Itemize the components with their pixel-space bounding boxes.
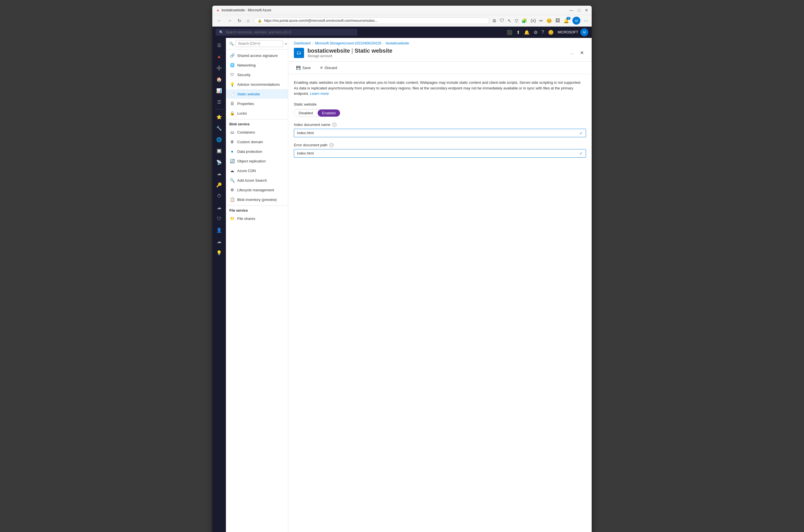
clock-icon[interactable]: ⏱ bbox=[214, 191, 224, 201]
sidebar-item-properties[interactable]: ☰ Properties bbox=[226, 99, 288, 108]
resources-icon[interactable]: 🌐 bbox=[214, 134, 224, 145]
bulb-icon[interactable]: 💡 bbox=[214, 248, 224, 258]
close-panel-button[interactable]: ✕ bbox=[578, 49, 586, 57]
cursor-icon[interactable]: ↖ bbox=[508, 18, 511, 23]
toggle-disabled-option[interactable]: Disabled bbox=[294, 110, 318, 117]
hamburger-icon[interactable]: ☰ bbox=[214, 40, 224, 50]
sidebar-search-bar: 🔍 « bbox=[226, 38, 288, 50]
monitor-icon[interactable]: 🔧 bbox=[214, 123, 224, 133]
dashboard-icon[interactable]: 📊 bbox=[214, 86, 224, 96]
sidebar-item-custom-domain[interactable]: 🖥 Custom domain bbox=[226, 137, 288, 147]
maximize-button[interactable]: □ bbox=[578, 8, 580, 13]
favorites-icon[interactable]: ⭐ bbox=[214, 112, 224, 122]
description-text: Enabling static websites on the blob ser… bbox=[294, 80, 586, 96]
containers-icon: 🗂 bbox=[229, 129, 235, 135]
discard-icon: ✕ bbox=[320, 65, 323, 70]
sidebar-item-file-shares[interactable]: 📁 File shares bbox=[226, 214, 288, 223]
error-doc-info-icon[interactable]: ⓘ bbox=[329, 143, 334, 148]
breadcrumb-dashboard[interactable]: Dashboard bbox=[294, 41, 311, 45]
portal-search-input[interactable] bbox=[226, 30, 354, 34]
sidebar-item-lifecycle-management[interactable]: ⚙ Lifecycle management bbox=[226, 185, 288, 195]
resource-name: bostaticwebsite | Static website bbox=[307, 48, 392, 54]
grid-icon[interactable]: 🔲 bbox=[214, 146, 224, 156]
sidebar-item-blob-inventory[interactable]: 📋 Blob inventory (preview) bbox=[226, 195, 288, 204]
portal-search-bar[interactable]: 🔍 bbox=[216, 29, 357, 36]
window-controls[interactable]: — □ ✕ bbox=[569, 8, 588, 13]
upload-icon[interactable]: ⬆ bbox=[516, 30, 520, 35]
extension-icon[interactable]: 🧩 bbox=[522, 18, 527, 23]
browser-toolbar-icons: ⚙ 🛡 ↖ ▽ 🧩 (x) ✏ 😊 🖼 🔔4 M ⋯ bbox=[492, 17, 588, 25]
settings-icon[interactable]: ⚙ bbox=[492, 18, 496, 23]
sidebar-item-add-azure-search[interactable]: 🔍 Add Azure Search bbox=[226, 175, 288, 185]
breadcrumb-storage-account[interactable]: Microsoft.StorageAccount-20210406104235 bbox=[315, 41, 381, 45]
panel-content: Enabling static websites on the blob ser… bbox=[288, 74, 592, 532]
sidebar-item-shared-access[interactable]: 🔗 Shared access signature bbox=[226, 51, 288, 60]
user-avatar: M bbox=[580, 28, 588, 36]
resource-title-actions: ... ✕ bbox=[568, 49, 586, 57]
cloud-3-icon[interactable]: ☁ bbox=[214, 236, 224, 246]
sidebar-search-input[interactable] bbox=[236, 40, 283, 47]
user-avatar-browser[interactable]: M bbox=[573, 17, 580, 25]
breadcrumb-resource[interactable]: bostaticwebsite bbox=[386, 41, 409, 45]
resource-more-button[interactable]: ... bbox=[568, 50, 576, 56]
bell-icon[interactable]: 🔔 bbox=[524, 30, 530, 35]
sidebar-item-data-protection[interactable]: ● Data protection bbox=[226, 147, 288, 156]
url-input[interactable] bbox=[264, 19, 486, 23]
forward-button[interactable]: → bbox=[226, 18, 233, 24]
user-nav-icon[interactable]: 👤 bbox=[214, 225, 224, 235]
index-document-input[interactable] bbox=[297, 131, 580, 135]
toggle-enabled-option[interactable]: Enabled bbox=[318, 110, 340, 117]
minimize-button[interactable]: — bbox=[569, 8, 574, 13]
sidebar-item-security[interactable]: 🛡 Security bbox=[226, 70, 288, 79]
save-button[interactable]: 💾 Save bbox=[294, 64, 313, 71]
index-doc-info-icon[interactable]: ⓘ bbox=[332, 122, 337, 127]
sidebar-item-static-website[interactable]: 📄 Static website bbox=[226, 89, 288, 99]
down-icon[interactable]: ▽ bbox=[515, 18, 518, 23]
notifications-icon[interactable]: 🔔4 bbox=[563, 18, 569, 23]
collapse-sidebar-button[interactable]: « bbox=[285, 41, 287, 46]
shield-icon[interactable]: 🛡 bbox=[500, 18, 504, 23]
lock-nav-icon[interactable]: 🔑 bbox=[214, 180, 224, 190]
static-website-icon: 📄 bbox=[229, 91, 235, 97]
close-button[interactable]: ✕ bbox=[585, 8, 588, 13]
help-icon[interactable]: ? bbox=[542, 30, 544, 35]
sidebar-item-object-replication[interactable]: 🔄 Object replication bbox=[226, 156, 288, 166]
ink-icon[interactable]: ✏ bbox=[539, 18, 543, 23]
shield-nav-icon[interactable]: 🛡 bbox=[214, 214, 224, 224]
azure-logo-icon[interactable]: 🔺 bbox=[214, 52, 224, 62]
signal-icon[interactable]: 📡 bbox=[214, 157, 224, 167]
panel-toolbar: 💾 Save ✕ Discard bbox=[288, 62, 592, 74]
user-profile[interactable]: MICROSOFT M bbox=[558, 28, 588, 36]
collections-icon[interactable]: 🖼 bbox=[556, 18, 560, 23]
cloud-shell-icon[interactable]: ⬛ bbox=[507, 30, 512, 35]
settings-gear-icon[interactable]: ⚙ bbox=[534, 30, 538, 35]
emoji-icon[interactable]: 😊 bbox=[546, 18, 552, 23]
file-service-header: File service bbox=[226, 206, 288, 214]
sidebar-item-azure-cdn[interactable]: ☁ Azure CDN bbox=[226, 166, 288, 175]
home-button[interactable]: ⌂ bbox=[245, 18, 251, 24]
main-content-area: Dashboard › Microsoft.StorageAccount-202… bbox=[288, 38, 592, 532]
error-doc-check-icon: ✓ bbox=[580, 151, 583, 156]
feedback-icon[interactable]: 😊 bbox=[548, 30, 554, 35]
code-icon[interactable]: (x) bbox=[530, 18, 536, 23]
more-icon[interactable]: ⋯ bbox=[584, 18, 588, 23]
learn-more-link[interactable]: Learn more bbox=[310, 91, 329, 96]
all-services-icon[interactable]: ☰ bbox=[214, 97, 224, 107]
address-bar: 🔒 bbox=[254, 17, 490, 24]
strip-divider bbox=[215, 109, 223, 110]
refresh-button[interactable]: ↻ bbox=[236, 18, 243, 24]
sidebar-item-locks[interactable]: 🔒 Locks bbox=[226, 108, 288, 118]
cloud-nav-icon[interactable]: ☁ bbox=[214, 168, 224, 178]
error-document-input[interactable] bbox=[297, 151, 580, 155]
home-nav-icon[interactable]: 🏠 bbox=[214, 74, 224, 84]
discard-button[interactable]: ✕ Discard bbox=[318, 64, 339, 71]
static-website-toggle[interactable]: Disabled Enabled bbox=[294, 109, 340, 117]
create-icon[interactable]: ➕ bbox=[214, 63, 224, 73]
sidebar-item-advisor[interactable]: 💡 Advisor recommendations bbox=[226, 79, 288, 89]
sidebar-item-networking[interactable]: 🌐 Networking bbox=[226, 60, 288, 70]
resource-title-text: bostaticwebsite | Static website Storage… bbox=[307, 48, 392, 58]
sidebar-item-containers[interactable]: 🗂 Containers bbox=[226, 127, 288, 137]
browser-title: 🔺 bostaticwebsite - Microsoft Azure bbox=[216, 8, 271, 12]
cloud-2-icon[interactable]: ☁ bbox=[214, 202, 224, 212]
back-button[interactable]: ← bbox=[216, 18, 223, 24]
